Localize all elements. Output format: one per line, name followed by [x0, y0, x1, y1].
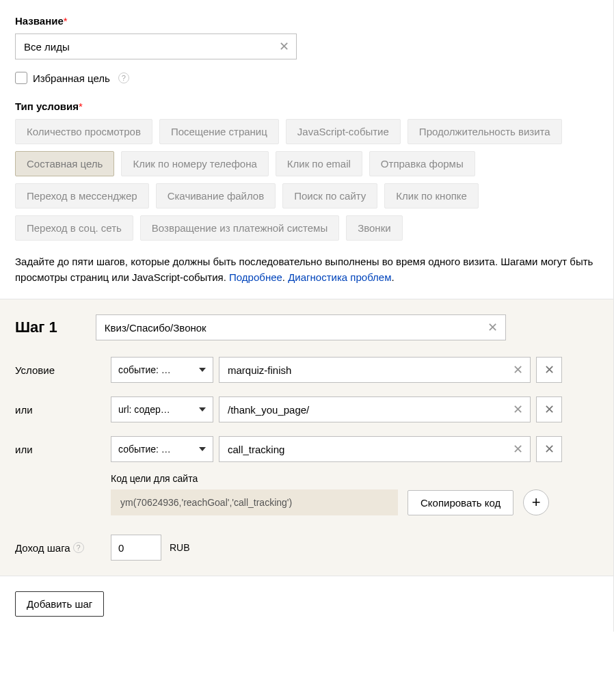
learn-more-link[interactable]: Подробнее [229, 271, 282, 283]
income-input[interactable] [111, 535, 161, 561]
help-icon[interactable]: ? [118, 72, 129, 83]
chip-composite[interactable]: Составная цель [15, 151, 114, 176]
copy-code-button[interactable]: Скопировать код [408, 490, 513, 515]
clear-icon[interactable]: ✕ [277, 40, 291, 53]
currency-label: RUB [170, 542, 190, 553]
chip-button-click[interactable]: Клик по кнопке [384, 183, 479, 208]
chip-phone-click[interactable]: Клик по номеру телефона [121, 151, 268, 176]
favorite-label: Избранная цель [33, 72, 110, 84]
description: Задайте до пяти шагов, которые должны бы… [15, 254, 598, 285]
remove-condition-button[interactable]: ✕ [536, 396, 562, 422]
chip-pages[interactable]: Посещение страниц [159, 119, 279, 144]
chip-site-search[interactable]: Поиск по сайту [282, 183, 377, 208]
goal-code-label: Код цели для сайта [111, 473, 598, 484]
name-input-wrapper[interactable]: ✕ [15, 33, 297, 59]
step-title: Шаг 1 [15, 319, 57, 336]
chip-file-download[interactable]: Скачивание файлов [156, 183, 276, 208]
condition-type-select[interactable]: событие: … [111, 357, 213, 383]
diagnostics-link[interactable]: Диагностика проблем [288, 271, 391, 283]
condition-type-select[interactable]: событие: … [111, 436, 213, 462]
chip-views[interactable]: Количество просмотров [15, 119, 152, 144]
chip-email-click[interactable]: Клик по email [276, 151, 362, 176]
name-input[interactable] [24, 41, 273, 53]
step-block: Шаг 1 ✕ Условие событие: … ✕ ✕ или url: … [0, 299, 613, 576]
chip-visit-duration[interactable]: Продолжительность визита [408, 119, 562, 144]
favorite-checkbox[interactable] [15, 72, 27, 84]
chip-js-event[interactable]: JavaScript-событие [286, 119, 401, 144]
or-label: или [15, 444, 111, 455]
add-step-button[interactable]: Добавить шаг [15, 591, 104, 617]
condition-value-input[interactable] [228, 404, 507, 416]
chip-messenger[interactable]: Переход в мессенджер [15, 183, 149, 208]
condition-value-input[interactable] [228, 364, 507, 376]
or-label: или [15, 404, 111, 416]
condition-type-label: Тип условия [15, 100, 79, 112]
condition-type-select[interactable]: url: содер… [111, 396, 213, 422]
add-condition-button[interactable]: + [523, 489, 549, 515]
condition-value-wrapper[interactable]: ✕ [219, 357, 531, 383]
chip-form-submit[interactable]: Отправка формы [369, 151, 475, 176]
clear-icon[interactable]: ✕ [511, 363, 524, 377]
income-label: Доход шага [15, 542, 70, 554]
goal-code-box: ym(70624936,'reachGoal','call_tracking') [111, 489, 398, 515]
chevron-down-icon [199, 447, 206, 451]
step-name-input[interactable] [105, 322, 482, 334]
condition-type-chips: Количество просмотров Посещение страниц … [15, 119, 598, 241]
condition-value-input[interactable] [228, 444, 507, 455]
condition-value-wrapper[interactable]: ✕ [219, 396, 531, 422]
help-icon[interactable]: ? [73, 542, 84, 553]
chip-calls[interactable]: Звонки [346, 215, 402, 241]
condition-label: Условие [15, 364, 111, 376]
step-name-input-wrapper[interactable]: ✕ [96, 314, 506, 340]
remove-condition-button[interactable]: ✕ [536, 436, 562, 462]
clear-icon[interactable]: ✕ [511, 442, 524, 456]
chip-payment-return[interactable]: Возвращение из платежной системы [140, 215, 339, 241]
clear-icon[interactable]: ✕ [511, 403, 524, 416]
name-label: Название [15, 15, 64, 27]
chevron-down-icon [199, 407, 206, 412]
chip-social[interactable]: Переход в соц. сеть [15, 215, 133, 241]
chevron-down-icon [199, 368, 206, 372]
condition-value-wrapper[interactable]: ✕ [219, 436, 531, 462]
remove-condition-button[interactable]: ✕ [536, 357, 562, 383]
clear-icon[interactable]: ✕ [486, 321, 500, 334]
